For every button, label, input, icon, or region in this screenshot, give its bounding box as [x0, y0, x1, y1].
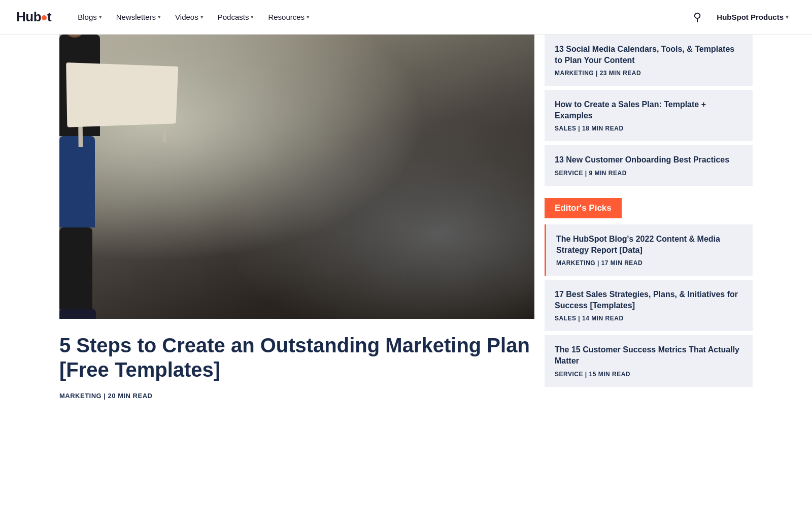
- chevron-down-icon: ▾: [251, 14, 254, 20]
- sidebar-card-meta: MARKETING | 17 MIN READ: [556, 259, 742, 267]
- hero-image: [59, 35, 534, 319]
- person-silhouette: [59, 309, 96, 319]
- chevron-down-icon: ▾: [99, 14, 102, 20]
- desk-decoration: [66, 62, 178, 127]
- person-silhouette: [59, 136, 95, 227]
- sidebar-card-title: 13 Social Media Calendars, Tools, & Temp…: [555, 44, 742, 65]
- hubspot-products-button[interactable]: HubSpot Products ▾: [709, 9, 796, 25]
- hero-caption: 5 Steps to Create an Outstanding Marketi…: [59, 319, 534, 406]
- hero-meta: MARKETING | 20 MIN READ: [59, 392, 534, 400]
- sidebar-card-title: The 15 Customer Success Metrics That Act…: [555, 344, 742, 366]
- nav-newsletters[interactable]: Newsletters ▾: [110, 9, 167, 25]
- hero-title[interactable]: 5 Steps to Create an Outstanding Marketi…: [59, 333, 534, 382]
- search-icon[interactable]: ⚲: [693, 11, 701, 24]
- desk-leg: [78, 127, 83, 147]
- sidebar-editors-pick-1[interactable]: The HubSpot Blog's 2022 Content & Media …: [545, 224, 753, 276]
- chevron-down-icon: ▾: [786, 14, 789, 20]
- sidebar-card-meta: SALES | 14 MIN READ: [555, 315, 742, 322]
- sidebar-card-meta: SERVICE | 15 MIN READ: [555, 371, 742, 378]
- logo[interactable]: Hubt: [16, 9, 51, 25]
- nav-resources[interactable]: Resources ▾: [262, 9, 316, 25]
- person-silhouette: [59, 227, 92, 309]
- nav-videos[interactable]: Videos ▾: [169, 9, 210, 25]
- sidebar-card-title: 17 Best Sales Strategies, Plans, & Initi…: [555, 289, 742, 311]
- sidebar-card-meta: SERVICE | 9 MIN READ: [555, 170, 742, 177]
- sidebar-trending-item-2[interactable]: How to Create a Sales Plan: Template + E…: [545, 90, 753, 141]
- nav-podcasts[interactable]: Podcasts ▾: [212, 9, 260, 25]
- hero-section: 5 Steps to Create an Outstanding Marketi…: [59, 35, 534, 406]
- sidebar-card-title: 13 New Customer Onboarding Best Practice…: [555, 154, 742, 166]
- sidebar-card-meta: MARKETING | 23 MIN READ: [555, 70, 742, 77]
- sidebar-card-meta: SALES | 18 MIN READ: [555, 125, 742, 132]
- main-content: 5 Steps to Create an Outstanding Marketi…: [59, 35, 753, 406]
- sidebar-trending-item-1[interactable]: 13 Social Media Calendars, Tools, & Temp…: [545, 35, 753, 86]
- nav-blogs[interactable]: Blogs ▾: [72, 9, 108, 25]
- nav-items: Blogs ▾ Newsletters ▾ Videos ▾ Podcasts …: [72, 9, 685, 25]
- hero-image-bg: [59, 35, 534, 319]
- sidebar: 13 Social Media Calendars, Tools, & Temp…: [534, 35, 753, 406]
- desk-leg: [163, 124, 167, 143]
- sidebar-editors-pick-3[interactable]: The 15 Customer Success Metrics That Act…: [545, 335, 753, 386]
- logo-dot-icon: [42, 15, 47, 20]
- chevron-down-icon: ▾: [158, 14, 161, 20]
- main-nav: Hubt Blogs ▾ Newsletters ▾ Videos ▾ Podc…: [0, 0, 812, 35]
- chevron-down-icon: ▾: [307, 14, 310, 20]
- logo-text: Hubt: [16, 9, 51, 25]
- sidebar-editors-pick-2[interactable]: 17 Best Sales Strategies, Plans, & Initi…: [545, 280, 753, 331]
- sidebar-card-title: How to Create a Sales Plan: Template + E…: [555, 99, 742, 121]
- sidebar-card-title: The HubSpot Blog's 2022 Content & Media …: [556, 234, 742, 255]
- editors-picks-badge: Editor's Picks: [545, 198, 622, 218]
- sidebar-trending-item-3[interactable]: 13 New Customer Onboarding Best Practice…: [545, 145, 753, 186]
- chevron-down-icon: ▾: [200, 14, 204, 20]
